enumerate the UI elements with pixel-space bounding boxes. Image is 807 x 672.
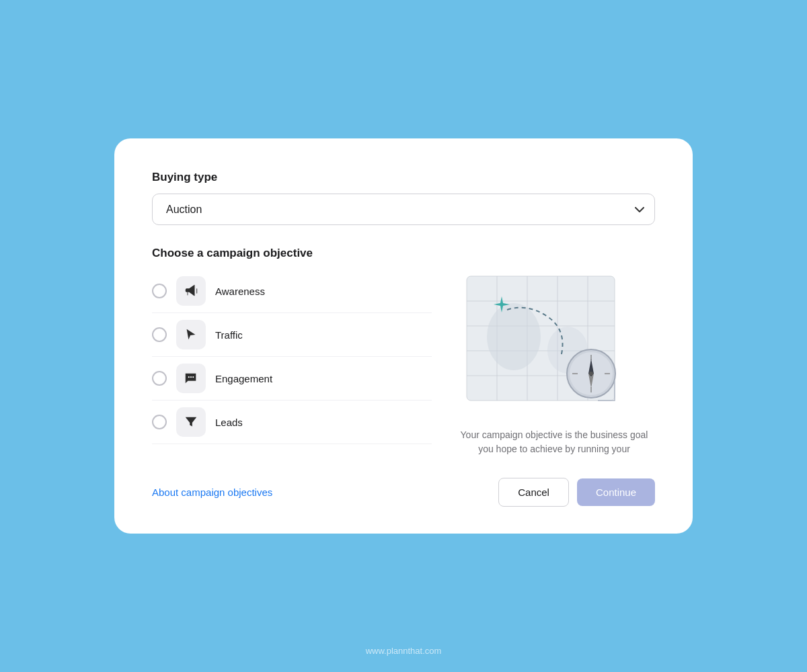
leads-label: Leads [215,417,243,428]
buying-type-section: Buying type Auction Reach & Frequency TR… [152,171,655,225]
buying-type-label: Buying type [152,171,655,184]
objective-list: Awareness Traffic [152,269,432,456]
watermark: www.plannthat.com [366,646,442,656]
radio-leads[interactable] [152,415,167,429]
engagement-label: Engagement [215,373,272,384]
about-campaign-link[interactable]: About campaign objectives [152,487,272,498]
continue-button[interactable]: Continue [577,478,655,506]
objective-item-traffic[interactable]: Traffic [152,313,432,357]
svg-point-1 [190,376,192,378]
megaphone-icon [184,284,198,298]
radio-traffic[interactable] [152,327,167,342]
objective-item-leads[interactable]: Leads [152,401,432,444]
cursor-icon [184,327,198,342]
svg-point-22 [589,372,593,376]
footer-buttons: Cancel Continue [498,478,655,507]
radio-engagement[interactable] [152,371,167,386]
campaign-modal: Buying type Auction Reach & Frequency TR… [114,138,693,534]
objective-section: Awareness Traffic [152,269,655,456]
objective-item-engagement[interactable]: Engagement [152,357,432,401]
svg-point-12 [487,303,541,370]
buying-type-select[interactable]: Auction Reach & Frequency TRP Buying [152,194,655,225]
objective-item-awareness[interactable]: Awareness [152,269,432,313]
campaign-objective-label: Choose a campaign objective [152,247,655,260]
chat-icon [184,371,198,386]
right-panel: Your campaign objective is the business … [453,269,655,456]
description-text: Your campaign objective is the business … [453,428,655,456]
map-illustration [460,269,648,417]
engagement-icon-box [176,364,206,393]
traffic-icon-box [176,320,206,349]
radio-awareness[interactable] [152,284,167,298]
cancel-button[interactable]: Cancel [498,478,569,507]
traffic-label: Traffic [215,329,243,341]
svg-point-0 [188,376,190,378]
buying-type-dropdown-wrapper: Auction Reach & Frequency TRP Buying [152,194,655,225]
modal-footer: About campaign objectives Cancel Continu… [152,478,655,507]
svg-point-2 [192,376,194,378]
funnel-icon [184,415,198,429]
awareness-label: Awareness [215,286,265,297]
awareness-icon-box [176,276,206,306]
leads-icon-box [176,407,206,437]
